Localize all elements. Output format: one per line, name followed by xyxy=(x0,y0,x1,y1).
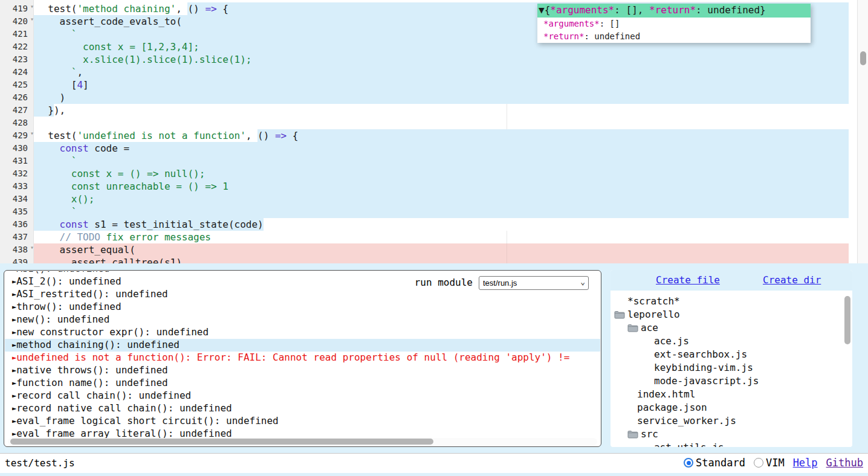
code-line-435[interactable]: ` xyxy=(34,205,849,218)
run-module-select[interactable]: test/run.js xyxy=(479,276,589,290)
gutter-line-426[interactable]: 426 xyxy=(0,91,34,104)
console-hscrollbar[interactable] xyxy=(8,438,597,445)
test-result-item[interactable]: ►method chaining(): undefined xyxy=(5,339,600,352)
tree-file-package-json[interactable]: package.json xyxy=(611,401,852,414)
gutter-line-438[interactable]: 438▾ xyxy=(0,243,34,256)
line-number: 422 xyxy=(13,42,28,51)
code-line-428[interactable] xyxy=(34,117,849,129)
tree-folder-ace[interactable]: ace xyxy=(611,321,852,335)
gutter-line-423[interactable]: 423 xyxy=(0,53,34,66)
gutter-line-435[interactable]: 435 xyxy=(0,205,34,218)
tree-file--scratch-[interactable]: *scratch* xyxy=(611,295,852,308)
mode-option-vim[interactable]: VIM xyxy=(754,457,785,469)
test-result-item[interactable]: ►ASI(): undefined xyxy=(5,271,600,275)
eval-highlight xyxy=(34,142,849,155)
eval-highlight xyxy=(34,205,849,218)
code-line-432[interactable]: const x = () => null(); xyxy=(34,167,849,180)
gutter-line-428[interactable]: 428 xyxy=(0,117,34,129)
code-line-430[interactable]: const code = xyxy=(34,142,849,155)
gutter-line-427[interactable]: 427 xyxy=(0,104,34,117)
test-result-item[interactable]: ►new constructor expr(): undefined xyxy=(5,326,600,339)
gutter-line-433[interactable]: 433 xyxy=(0,180,34,193)
test-result-item[interactable]: ►function name(): undefined xyxy=(5,377,600,390)
fold-arrow-icon[interactable]: ▾ xyxy=(30,244,34,251)
tooltip-header[interactable]: ▼{*arguments*: [], *return*: undefined} xyxy=(537,4,811,18)
create-dir-link[interactable]: Create dir xyxy=(763,274,821,286)
tooltip-entry[interactable]: *arguments*: [] xyxy=(537,18,811,30)
code-line-423[interactable]: x.slice(1).slice(1).slice(1); xyxy=(34,53,849,66)
test-result-item[interactable]: ►native throws(): undefined xyxy=(5,364,600,377)
test-result-label: ASI_2(): undefined xyxy=(16,275,121,287)
create-file-link[interactable]: Create file xyxy=(656,274,720,286)
gutter-line-425[interactable]: 425 xyxy=(0,79,34,91)
gutter-line-431[interactable]: 431 xyxy=(0,155,34,167)
gutter-line-419[interactable]: 419▾ xyxy=(0,2,34,15)
tree-folder-src[interactable]: src xyxy=(611,428,852,441)
code-text: }), xyxy=(36,105,65,116)
gutter-line-430[interactable]: 430 xyxy=(0,142,34,155)
code-line-429[interactable]: test('undefined is not a function', () =… xyxy=(34,129,849,142)
code-text: ` xyxy=(36,28,77,40)
gutter-line-421[interactable]: 421 xyxy=(0,28,34,40)
tree-item-label: ast_utils.js xyxy=(654,442,724,447)
tree-file-ext-searchbox-js[interactable]: ext-searchbox.js xyxy=(611,348,852,361)
test-result-label: function name(): undefined xyxy=(16,377,167,388)
tree-file-keybinding-vim-js[interactable]: keybinding-vim.js xyxy=(611,361,852,375)
gutter-line-432[interactable]: 432 xyxy=(0,167,34,180)
test-result-item[interactable]: ►new(): undefined xyxy=(5,314,600,326)
status-controls: Standard VIM Help Github xyxy=(684,457,863,469)
code-line-436[interactable]: const s1 = test_initial_state(code) xyxy=(34,218,849,231)
tree-file-ace-js[interactable]: ace.js xyxy=(611,335,852,348)
tooltip-entry[interactable]: *return*: undefined xyxy=(537,30,811,43)
code-line-431[interactable]: ` xyxy=(34,155,849,167)
code-line-434[interactable]: x(); xyxy=(34,193,849,205)
gutter-line-436[interactable]: 436 xyxy=(0,218,34,231)
help-link[interactable]: Help xyxy=(793,457,818,469)
tree-file-service-worker-js[interactable]: service_worker.js xyxy=(611,414,852,428)
tree-file-mode-javascript-js[interactable]: mode-javascript.js xyxy=(611,375,852,388)
fold-arrow-icon[interactable]: ▾ xyxy=(30,130,34,137)
tree-folder-leporello[interactable]: leporello xyxy=(611,308,852,321)
fold-arrow-icon[interactable]: ▾ xyxy=(30,16,34,22)
test-result-item[interactable]: ►record call chain(): undefined xyxy=(5,390,600,402)
tooltip-entry-key: *return* xyxy=(543,31,584,41)
radio-vim[interactable] xyxy=(754,458,763,468)
radio-standard[interactable] xyxy=(684,458,693,468)
gutter-line-437[interactable]: 437 xyxy=(0,231,34,243)
code-line-438[interactable]: assert_equal( xyxy=(34,243,849,256)
code-line-425[interactable]: [4] xyxy=(34,79,849,91)
gutter-line-424[interactable]: 424 xyxy=(0,66,34,79)
code-line-427[interactable]: }), xyxy=(34,104,849,117)
console-hscrollbar-thumb[interactable] xyxy=(10,439,433,445)
test-result-item[interactable]: ►eval_frame array_literal(): undefined xyxy=(5,428,600,438)
gutter-line-434[interactable]: 434 xyxy=(0,193,34,205)
fold-arrow-icon[interactable]: ▾ xyxy=(30,3,34,10)
gutter-line-420[interactable]: 420▾ xyxy=(0,15,34,28)
files-panel: Create file Create dir *scratch*leporell… xyxy=(611,270,852,447)
test-result-item[interactable]: ►eval_frame logical short circuit(): und… xyxy=(5,415,600,428)
test-result-item[interactable]: ►undefined is not a function(): Error: F… xyxy=(5,352,600,364)
code-line-433[interactable]: const unreachable = () => 1 xyxy=(34,180,849,193)
tree-file-ast-utils-js[interactable]: ast_utils.js xyxy=(611,441,852,447)
code-line-424[interactable]: `, xyxy=(34,66,849,79)
editor-scrollbar[interactable] xyxy=(857,0,868,263)
editor-scrollbar-thumb[interactable] xyxy=(860,51,866,65)
test-result-item[interactable]: ►record native call chain(): undefined xyxy=(5,402,600,415)
code-editor[interactable]: 419▾420▾421422423424425426427428429▾4304… xyxy=(0,0,868,263)
tooltip-entry-value: : [] xyxy=(600,19,620,28)
code-line-439[interactable]: assert_calltree(s1) xyxy=(34,256,849,263)
tree-item-label: ace.js xyxy=(654,335,689,347)
code-line-426[interactable]: ) xyxy=(34,91,849,104)
tree-file-index-html[interactable]: index.html xyxy=(611,388,852,401)
gutter-line-439[interactable]: 439 xyxy=(0,256,34,263)
test-result-item[interactable]: ►ASI_restrited(): undefined xyxy=(5,288,600,301)
gutter-line-422[interactable]: 422 xyxy=(0,40,34,53)
test-result-item[interactable]: ►throw(): undefined xyxy=(5,301,600,314)
code-text: const x = () => null(); xyxy=(36,168,205,179)
code-line-437[interactable]: // TODO fix error messages xyxy=(34,231,849,243)
mode-option-standard[interactable]: Standard xyxy=(684,457,745,469)
gutter-line-429[interactable]: 429▾ xyxy=(0,129,34,142)
github-link[interactable]: Github xyxy=(826,457,863,469)
files-scrollbar[interactable] xyxy=(844,294,851,444)
files-scrollbar-thumb[interactable] xyxy=(844,296,850,344)
